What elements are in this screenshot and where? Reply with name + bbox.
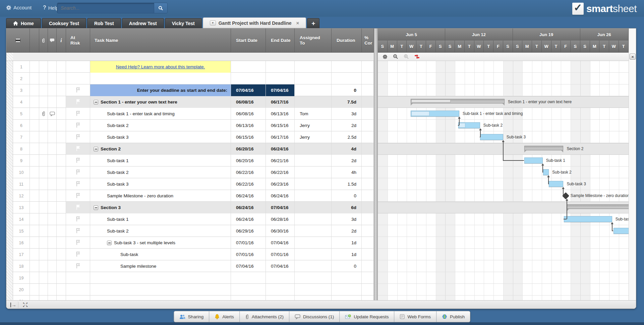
cell-comment[interactable] [48,61,57,73]
cell-pct[interactable] [362,178,374,190]
at-risk-flag-icon[interactable] [76,146,80,152]
gantt-day-header[interactable]: T [619,41,629,53]
cell-task-name[interactable] [90,284,231,296]
cell-atrisk[interactable] [66,213,90,225]
table-row[interactable]: 13Section 306/24/1607/04/166d [6,202,374,213]
cell-start[interactable]: 07/04/16 [231,84,266,96]
cell-attach[interactable] [39,108,48,120]
cell-pct[interactable] [362,190,374,202]
cell-comment[interactable] [48,84,57,96]
cell-end[interactable]: 07/01/16 [266,249,295,260]
at-risk-flag-icon[interactable] [76,216,80,223]
column-header-at-risk[interactable]: AtRisk [66,28,90,53]
cell-info[interactable] [57,202,66,213]
gantt-summary-bar[interactable] [524,146,563,150]
cell-task-name[interactable]: Sub-task 1 - enter task and timing [90,108,231,120]
gantt-task-bar[interactable] [524,157,543,164]
column-header-duration[interactable]: Duration [332,28,362,53]
cell-info[interactable] [57,61,66,73]
cell-end[interactable]: 06/30/16 [266,225,295,237]
cell-info[interactable] [57,131,66,143]
cell-start[interactable]: 06/20/16 [231,143,266,155]
cell-comment[interactable] [48,108,57,120]
cell-atrisk[interactable] [66,84,90,96]
cell-num[interactable]: 14 [13,213,30,225]
tab-close-icon[interactable]: × [296,20,299,26]
cell-duration[interactable] [332,61,362,73]
tab-vicky-test[interactable]: Vicky Test [165,18,202,28]
cell-pct[interactable] [362,249,374,260]
table-row[interactable]: 3Enter your deadline as start and end da… [6,84,374,96]
cell-attach[interactable] [39,131,48,143]
cell-duration[interactable]: 2d [332,225,362,237]
footer-button-update-requests[interactable]: ?Update Requests [340,311,394,322]
cell-assigned[interactable] [295,143,332,155]
cell-lock[interactable] [30,73,39,84]
cell-attach[interactable] [39,143,48,155]
gantt-task-bar[interactable] [543,169,549,175]
gantt-day-header[interactable]: S [571,41,580,53]
cell-atrisk[interactable] [66,73,90,84]
cell-task-name[interactable]: Section 2 [90,143,231,155]
cell-task-name[interactable]: Sub-task 2 [90,167,231,178]
cell-duration[interactable]: 0 [332,260,362,272]
column-header-assigned-to[interactable]: Assigned To [295,28,332,53]
tab-andrew-test[interactable]: Andrew Test [122,18,164,28]
gantt-day-header[interactable]: T [484,41,493,53]
cell-task-name[interactable]: Sub-task 2 [90,225,231,237]
cell-atrisk[interactable] [66,260,90,272]
cell-pct[interactable] [362,155,374,167]
cell-assigned[interactable] [295,260,332,272]
cell-pct[interactable] [362,61,374,73]
cell-assigned[interactable] [295,73,332,84]
cell-lock[interactable] [30,190,39,202]
cell-end[interactable] [266,61,295,73]
cell-start[interactable]: 06/29/16 [231,225,266,237]
gantt-day-header[interactable]: T [465,41,474,53]
cell-lock[interactable] [30,272,39,284]
cell-task-name[interactable]: Section 1 - enter your own text here [90,96,231,108]
cell-attach[interactable] [39,213,48,225]
tab-rob-test[interactable]: Rob Test [87,18,121,28]
cell-duration[interactable]: 7.5d [332,96,362,108]
cell-duration[interactable]: 1.5d [332,178,362,190]
at-risk-flag-icon[interactable] [76,263,80,270]
gantt-day-header[interactable]: W [542,41,551,53]
table-row[interactable]: 5Sub-task 1 - enter task and timing06/08… [6,108,374,120]
cell-lock[interactable] [30,284,39,296]
account-menu[interactable]: Account [6,5,32,10]
cell-comment[interactable] [48,178,57,190]
cell-assigned[interactable] [295,272,332,284]
gantt-day-header[interactable]: S [436,41,446,53]
cell-duration[interactable]: 4h [332,167,362,178]
gantt-day-header[interactable]: F [426,41,436,53]
cell-assigned[interactable] [295,96,332,108]
cell-atrisk[interactable] [66,272,90,284]
table-row[interactable]: 10Sub-task 206/22/1606/22/164h [6,167,374,178]
footer-button-discussions-1-[interactable]: Discussions (1) [289,311,340,322]
cell-pct[interactable] [362,84,374,96]
table-row[interactable]: 15Sub-task 206/29/1606/30/162d [6,225,374,237]
at-risk-flag-icon[interactable] [76,251,80,258]
cell-assigned[interactable] [295,61,332,73]
at-risk-flag-icon[interactable] [76,204,80,211]
gantt-day-header[interactable]: S [445,41,455,53]
cell-start[interactable]: 06/24/16 [231,213,266,225]
cell-num[interactable]: 2 [13,73,30,84]
cell-info[interactable] [57,178,66,190]
at-risk-flag-icon[interactable] [76,99,80,106]
cell-end[interactable]: 06/23/16 [266,178,295,190]
grid-gantt-splitter[interactable] [374,28,378,300]
cell-num[interactable]: 19 [13,272,30,284]
cell-assigned[interactable] [295,225,332,237]
cell-end[interactable] [266,272,295,284]
cell-assigned[interactable] [295,155,332,167]
gantt-day-header[interactable]: S [378,41,388,53]
column-header-task-name[interactable]: Task Name [90,28,231,53]
at-risk-flag-icon[interactable] [76,87,80,94]
gantt-day-header[interactable]: F [561,41,571,53]
cell-duration[interactable] [332,73,362,84]
cell-end[interactable]: 07/04/16 [266,202,295,213]
cell-pct[interactable] [362,272,374,284]
cell-pct[interactable] [362,213,374,225]
